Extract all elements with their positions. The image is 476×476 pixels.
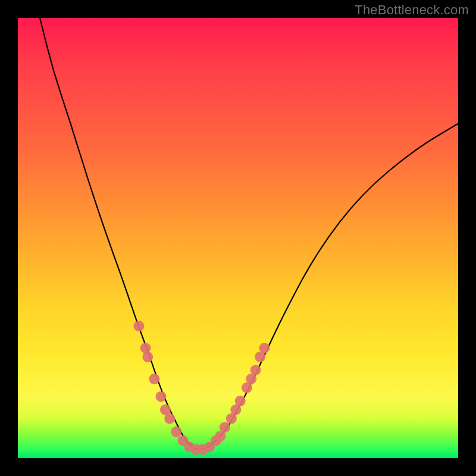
- scatter-dot: [259, 343, 270, 353]
- scatter-dot: [149, 374, 159, 384]
- scatter-dot: [134, 321, 145, 331]
- scatter-dot: [250, 365, 261, 375]
- watermark-text: TheBottleneck.com: [355, 2, 469, 18]
- scatter-dot: [164, 413, 175, 424]
- chart-svg: [18, 18, 458, 458]
- scatter-dot: [220, 422, 230, 433]
- scatter-dot: [171, 427, 181, 437]
- scatter-dot: [142, 352, 153, 362]
- plot-area: [18, 18, 458, 458]
- scatter-dot: [156, 391, 167, 402]
- chart-frame: TheBottleneck.com: [0, 0, 476, 476]
- scatter-points: [134, 321, 270, 455]
- scatter-dot: [235, 396, 246, 406]
